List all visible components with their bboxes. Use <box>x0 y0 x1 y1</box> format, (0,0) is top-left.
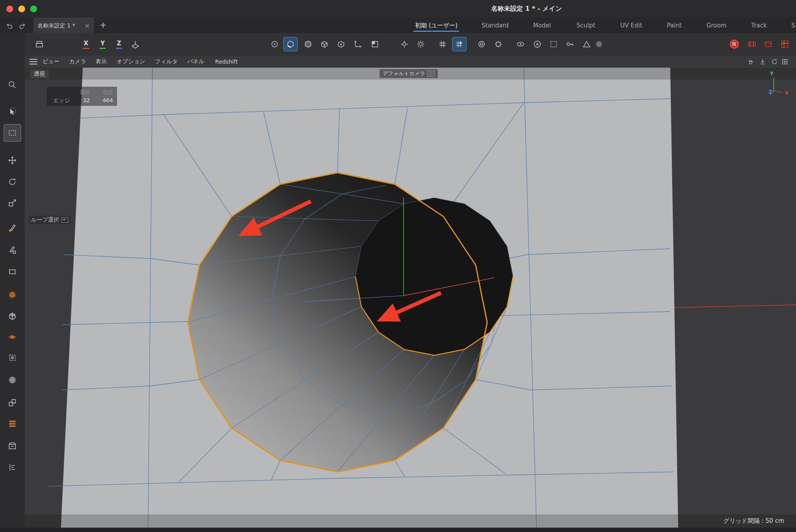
selection-header-total: 合計 <box>93 88 113 96</box>
tab-bar: 名称未設定 1 * × + 初期 (ユーザー) Standard Model S… <box>0 18 796 33</box>
add-tab-button[interactable]: + <box>98 20 108 30</box>
redshift-button[interactable] <box>727 37 741 51</box>
settings-button[interactable] <box>592 37 606 51</box>
rotate-tool-button[interactable] <box>4 173 21 191</box>
polygons-mode-button[interactable] <box>301 37 315 51</box>
axis-orientation-gizmo[interactable]: Y Z X <box>767 70 791 98</box>
edges-mode-button[interactable] <box>283 37 298 51</box>
view-filter-button[interactable] <box>513 37 528 51</box>
edge-rect-icon <box>8 267 17 277</box>
undo-icon <box>6 22 13 29</box>
two-tone-mode-button[interactable] <box>368 37 382 51</box>
camera-label-pill[interactable]: デフォルトカメラ <box>380 69 438 78</box>
live-select-tool-button[interactable] <box>4 103 21 121</box>
make-editable-button[interactable] <box>32 37 47 51</box>
viewport-menu-panel[interactable]: パネル <box>187 56 205 68</box>
object-mode-button[interactable] <box>317 37 332 51</box>
axis-mode-button[interactable] <box>351 37 365 51</box>
pen-edit-tool-button[interactable] <box>4 241 21 259</box>
gizmo-gear-icon <box>416 40 425 49</box>
viewport-menu-options[interactable]: オプション <box>117 56 145 68</box>
gizmo-toggle-button[interactable] <box>397 37 412 51</box>
cube-wire-icon <box>8 311 17 321</box>
layout-tab-track[interactable]: Track <box>751 18 767 33</box>
minimize-window-button[interactable] <box>18 6 25 12</box>
pan-view-button[interactable] <box>746 57 755 66</box>
zoom-tool-button[interactable] <box>4 76 21 94</box>
edge-tool-button[interactable] <box>4 263 21 281</box>
viewport-canvas[interactable]: 透視 デフォルトカメラ 選択 合計 エッジ 32 464 ループ選択 Y <box>25 68 796 528</box>
render-view-button[interactable] <box>745 37 759 51</box>
layout-tab-clipped[interactable]: S <box>791 18 795 33</box>
polygon-cube-tool-button[interactable] <box>4 286 21 303</box>
boolean-tool-button[interactable] <box>4 394 21 411</box>
texture-mode-button[interactable] <box>334 37 348 51</box>
snap-toggle-button[interactable] <box>452 37 466 51</box>
layout-tab-standard[interactable]: Standard <box>482 18 509 33</box>
modeling-settings-button[interactable] <box>474 37 489 51</box>
axis-corner-icon <box>353 40 362 49</box>
selection-filter-button[interactable] <box>546 37 561 51</box>
viewport-menu-display[interactable]: 表示 <box>96 56 107 68</box>
sphere-tool-button[interactable] <box>4 371 21 389</box>
orbit-icon <box>771 58 778 65</box>
grid-toggle-button[interactable] <box>435 37 450 51</box>
redo-button[interactable] <box>18 21 27 30</box>
subdivide-cube-tool-button[interactable] <box>4 307 21 325</box>
layout-tab-uvedit[interactable]: UV Edit <box>620 18 642 33</box>
gizmo-settings-button[interactable] <box>414 37 428 51</box>
triangle-icon <box>582 40 591 49</box>
close-window-button[interactable] <box>6 6 13 12</box>
align-tool-button[interactable] <box>4 459 21 476</box>
viewport-menu-filter[interactable]: フィルタ <box>155 56 178 68</box>
viewport-menu-camera[interactable]: カメラ <box>69 56 86 68</box>
projection-label[interactable]: 透視 <box>30 70 49 78</box>
zoom-window-button[interactable] <box>30 6 37 12</box>
layout-tab-sculpt[interactable]: Sculpt <box>577 18 595 33</box>
render-settings-button[interactable] <box>778 37 792 51</box>
dashed-square-icon <box>549 40 558 49</box>
workplane-button[interactable] <box>128 37 142 51</box>
orbit-view-button[interactable] <box>770 57 779 66</box>
cage-deform-tool-button[interactable] <box>4 349 21 366</box>
lock-z-axis-button[interactable]: Z <box>112 37 126 51</box>
selection-info: 選択 合計 エッジ 32 464 <box>47 87 117 106</box>
a-badge-icon: A <box>533 40 542 49</box>
key-button[interactable] <box>563 37 577 51</box>
tool-options-button[interactable] <box>491 37 505 51</box>
stack-icon <box>8 419 17 429</box>
polygons-mode-icon <box>304 40 312 49</box>
points-mode-button[interactable] <box>267 37 282 51</box>
boxes-icon <box>8 398 17 407</box>
annotation-badge-button[interactable]: A <box>530 37 544 51</box>
main-toolbar: X Y Z A <box>25 33 796 56</box>
lock-x-axis-button[interactable]: X <box>79 37 93 51</box>
move-tool-button[interactable] <box>4 152 21 169</box>
cylinder-back-opening[interactable] <box>355 198 513 355</box>
pen-create-tool-button[interactable] <box>4 219 21 237</box>
scene-render[interactable] <box>25 68 796 528</box>
viewport-menu-redshift[interactable]: Redshift <box>215 56 238 68</box>
pen-icon <box>8 223 17 233</box>
plane-tool-button[interactable] <box>4 328 21 345</box>
archive-box-icon <box>35 40 44 49</box>
render-queue-button[interactable] <box>761 37 775 51</box>
tool-hint-icon[interactable] <box>62 217 68 223</box>
viewport-menu-view[interactable]: ビュー <box>43 56 60 68</box>
drawer-tool-button[interactable] <box>4 437 21 455</box>
dolly-view-button[interactable] <box>758 57 767 66</box>
lock-y-axis-button[interactable]: Y <box>96 37 110 51</box>
tab-close-icon[interactable]: × <box>85 22 90 29</box>
key-icon <box>566 40 574 49</box>
layout-tab-model[interactable]: Model <box>533 18 551 33</box>
rectangle-select-tool-button[interactable] <box>4 124 21 142</box>
scale-tool-button[interactable] <box>4 194 21 212</box>
layout-tab-groom[interactable]: Groom <box>706 18 726 33</box>
stack-tool-button[interactable] <box>4 415 21 433</box>
layout-tab-startup[interactable]: 初期 (ユーザー) <box>415 18 457 33</box>
layout-tab-paint[interactable]: Paint <box>667 18 681 33</box>
undo-button[interactable] <box>5 21 14 30</box>
document-tab[interactable]: 名称未設定 1 * × <box>33 18 94 33</box>
viewport-hamburger-menu[interactable] <box>29 59 37 64</box>
toggle-quad-view-button[interactable] <box>780 57 789 66</box>
